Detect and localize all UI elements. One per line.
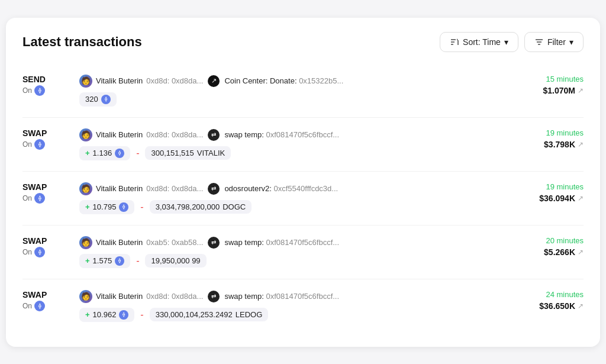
eth-network-icon: ⟠ bbox=[34, 85, 45, 96]
tx-value-row: $36.094K ↗ bbox=[539, 194, 584, 203]
tx-value: $1.070M bbox=[543, 86, 575, 95]
external-link-icon[interactable]: ↗ bbox=[578, 248, 584, 256]
external-link-icon[interactable]: ↗ bbox=[578, 86, 584, 95]
tx-on-label: On bbox=[22, 86, 32, 95]
filter-chevron-icon: ▾ bbox=[569, 37, 573, 47]
external-link-icon[interactable]: ↗ bbox=[578, 194, 584, 202]
external-link-icon[interactable]: ↗ bbox=[578, 302, 584, 310]
amount-badge-plus: + 1.575 ⟠ bbox=[79, 254, 130, 268]
tx-details-col: 🧑 Vitalik Buterin 0xd8d: 0xd8da... ⇄ swa… bbox=[79, 128, 497, 160]
tx-time-row: 19 minutes bbox=[546, 182, 584, 191]
transactions-card: Latest transactions Sort: Time ▾ bbox=[6, 18, 600, 347]
tx-from-name: Vitalik Buterin bbox=[96, 292, 143, 301]
amount-value: 330,000,104,253.2492 bbox=[156, 310, 233, 319]
tx-time-row: 20 minutes bbox=[546, 236, 584, 245]
tx-time: 20 minutes bbox=[546, 236, 584, 245]
table-row: SWAP On ⟠ 🧑 Vitalik Buterin 0xd8d: 0xd8d… bbox=[22, 118, 584, 172]
tx-details-col: 🧑 Vitalik Buterin 0xd8d: 0xd8da... ⇄ odo… bbox=[79, 182, 497, 214]
tx-on: On ⟠ bbox=[22, 301, 70, 311]
tx-to-name: odosrouterv2: bbox=[224, 184, 272, 193]
avatar-icon: 🧑 bbox=[81, 184, 91, 193]
tx-from-address: 🧑 Vitalik Buterin 0xd8d: 0xd8da... bbox=[79, 182, 203, 195]
page-title: Latest transactions bbox=[22, 34, 142, 50]
tx-on: On ⟠ bbox=[22, 139, 70, 150]
transactions-list: SEND On ⟠ 🧑 Vitalik Buterin 0xd8d: 0xd8d… bbox=[22, 64, 584, 333]
amount-badge: 320 ⟠ bbox=[79, 92, 117, 107]
tx-to-addr: 0xf081470f5c6fbccf... bbox=[266, 130, 340, 139]
tx-type-col: SWAP On ⟠ bbox=[22, 182, 70, 204]
plus-sign: + bbox=[85, 310, 90, 319]
token-symbol: LEDOG bbox=[236, 310, 263, 319]
eth-token-icon: ⟠ bbox=[115, 149, 124, 158]
tx-parties: 🧑 Vitalik Buterin 0xab5: 0xab58... ⇄ swa… bbox=[79, 236, 497, 249]
avatar: 🧑 bbox=[79, 128, 92, 141]
tx-type-label: SWAP bbox=[22, 290, 70, 299]
tx-to-name: swap temp: bbox=[224, 130, 263, 139]
tx-on: On ⟠ bbox=[22, 193, 70, 204]
tx-meta-col: 15 minutes $1.070M ↗ bbox=[507, 75, 584, 95]
amount-badge-minus: 300,151,515 VITALIK bbox=[145, 146, 231, 160]
tx-on: On ⟠ bbox=[22, 247, 70, 257]
tx-from-addr: 0xab5: 0xab58... bbox=[146, 238, 203, 247]
amount-badge-minus: 330,000,104,253.2492 LEDOG bbox=[150, 308, 269, 321]
tx-meta-col: 20 minutes $5.266K ↗ bbox=[507, 236, 584, 257]
tx-amounts: 320 ⟠ bbox=[79, 92, 497, 107]
eth-token-icon: ⟠ bbox=[101, 95, 111, 104]
filter-button[interactable]: Filter ▾ bbox=[524, 32, 584, 52]
tx-to-addr: 0xcf5540fffcdc3d... bbox=[274, 184, 339, 193]
tx-value: $5.266K bbox=[544, 247, 575, 257]
amount-badge-minus: 3,034,798,200,000 DOGC bbox=[150, 200, 252, 214]
tx-to-address: Coin Center: Donate: 0x15322b5... bbox=[224, 76, 343, 85]
eth-token-icon: ⟠ bbox=[115, 256, 124, 266]
amount-value: 1.575 bbox=[93, 256, 112, 265]
card-header: Latest transactions Sort: Time ▾ bbox=[22, 32, 584, 52]
tx-value: $3.798K bbox=[544, 140, 575, 149]
tx-to-name: swap temp: bbox=[224, 292, 263, 301]
avatar: 🧑 bbox=[79, 75, 92, 88]
sort-chevron-icon: ▾ bbox=[504, 37, 508, 47]
token-symbol: VITALIK bbox=[197, 149, 225, 157]
amount-value: 10.795 bbox=[93, 202, 117, 211]
avatar-icon: 🧑 bbox=[81, 238, 91, 247]
tx-amounts: + 10.962 ⟠ - 330,000,104,253.2492 LEDOG bbox=[79, 308, 497, 322]
minus-separator: - bbox=[136, 148, 139, 159]
tx-type-label: SEND bbox=[22, 75, 70, 84]
avatar-icon: 🧑 bbox=[81, 130, 91, 139]
amount-badge-minus: 19,950,000 99 bbox=[145, 254, 206, 268]
amount-value: 3,034,798,200,000 bbox=[156, 202, 220, 211]
tx-meta-col: 19 minutes $36.094K ↗ bbox=[507, 182, 584, 203]
tx-to-name: Coin Center: Donate: bbox=[224, 76, 296, 85]
tx-from-address: 🧑 Vitalik Buterin 0xab5: 0xab58... bbox=[79, 236, 203, 249]
tx-on-label: On bbox=[22, 302, 32, 310]
tx-to-addr: 0xf081470f5c6fbccf... bbox=[266, 238, 340, 247]
external-link-icon[interactable]: ↗ bbox=[578, 140, 584, 149]
tx-from-name: Vitalik Buterin bbox=[96, 184, 143, 193]
table-row: SWAP On ⟠ 🧑 Vitalik Buterin 0xd8d: 0xd8d… bbox=[22, 279, 584, 333]
eth-token-icon: ⟠ bbox=[119, 202, 128, 212]
tx-from-address: 🧑 Vitalik Buterin 0xd8d: 0xd8da... bbox=[79, 128, 203, 141]
plus-sign: + bbox=[85, 149, 90, 157]
tx-on-label: On bbox=[22, 140, 32, 149]
tx-from-addr: 0xd8d: 0xd8da... bbox=[146, 292, 203, 301]
tx-value-row: $1.070M ↗ bbox=[543, 86, 584, 95]
tx-value: $36.650K bbox=[539, 301, 575, 311]
tx-type-label: SWAP bbox=[22, 236, 70, 246]
avatar: 🧑 bbox=[79, 290, 92, 303]
tx-to-address: swap temp: 0xf081470f5c6fbccf... bbox=[224, 238, 339, 247]
tx-details-col: 🧑 Vitalik Buterin 0xab5: 0xab58... ⇄ swa… bbox=[79, 236, 497, 268]
amount-badge-plus: + 10.795 ⟠ bbox=[79, 200, 134, 214]
tx-to-name: swap temp: bbox=[224, 238, 263, 247]
tx-parties: 🧑 Vitalik Buterin 0xd8d: 0xd8da... ⇄ swa… bbox=[79, 128, 497, 141]
token-symbol: DOGC bbox=[223, 202, 246, 211]
tx-value-row: $3.798K ↗ bbox=[544, 140, 584, 149]
sort-button[interactable]: Sort: Time ▾ bbox=[440, 32, 518, 52]
eth-token-icon: ⟠ bbox=[119, 310, 128, 320]
tx-to-addr: 0x15322b5... bbox=[299, 76, 343, 85]
tx-details-col: 🧑 Vitalik Buterin 0xd8d: 0xd8da... ↗ Coi… bbox=[79, 75, 497, 107]
amount-value: 19,950,000 99 bbox=[151, 256, 200, 265]
tx-value-row: $36.650K ↗ bbox=[539, 301, 584, 311]
tx-amounts: + 10.795 ⟠ - 3,034,798,200,000 DOGC bbox=[79, 200, 497, 214]
send-arrow-icon: ↗ bbox=[208, 75, 220, 87]
avatar: 🧑 bbox=[79, 236, 92, 249]
amount-badge-plus: + 10.962 ⟠ bbox=[79, 308, 134, 322]
